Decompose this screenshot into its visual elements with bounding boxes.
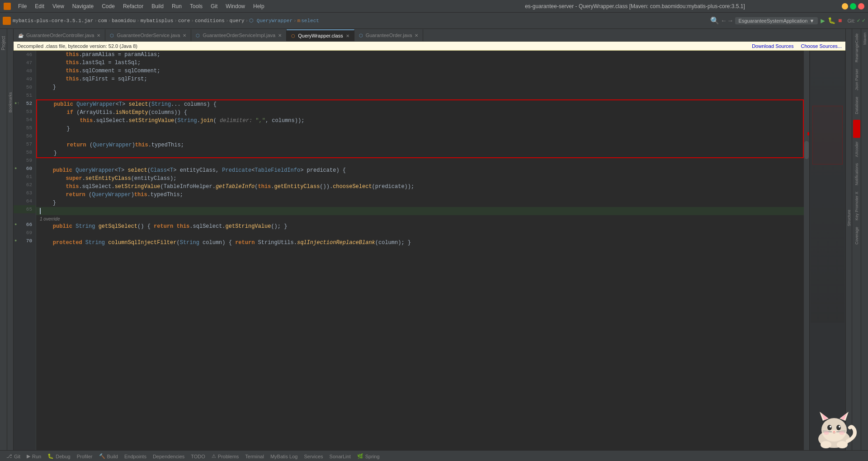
coverage-panel[interactable]: Coverage xyxy=(854,224,860,247)
bottom-tab-spring[interactable]: 🌿 Spring xyxy=(354,452,382,460)
axcoder-panel[interactable]: AXcoder xyxy=(854,139,860,160)
structure-sidebar: Structure xyxy=(845,29,852,450)
rearrange-panel[interactable]: RearrangeCode xyxy=(854,31,860,65)
line-override-spacer xyxy=(14,213,36,221)
tab-guarantee-order-service[interactable]: ⬡ GuaranteeOrderService.java ✕ xyxy=(105,29,191,41)
menu-run[interactable]: Run xyxy=(168,2,185,10)
maven-panel-label[interactable]: Maven xyxy=(862,29,868,48)
sep8: › xyxy=(293,18,297,24)
bottom-tab-dependencies[interactable]: Dependencies xyxy=(150,453,187,460)
line-52: ●↑ 52 xyxy=(14,99,36,108)
bottom-tab-run[interactable]: ▶ Run xyxy=(24,452,44,460)
bottom-tab-mybatis-log[interactable]: MyBatis Log xyxy=(268,453,301,460)
menu-build[interactable]: Build xyxy=(148,2,167,10)
menu-file[interactable]: File xyxy=(14,2,30,10)
notifications-panel[interactable]: Notifications xyxy=(854,160,860,188)
tab-query-wrapper[interactable]: ⬡ QueryWrapper.class ✕ xyxy=(287,29,354,41)
scroll-thumb[interactable] xyxy=(804,141,809,159)
scroll-track[interactable] xyxy=(804,51,809,450)
structure-panel-label[interactable]: Structure xyxy=(847,210,851,226)
svg-point-8 xyxy=(830,426,831,428)
right-sidebar: RearrangeCode Json Parser Database AXcod… xyxy=(852,29,861,450)
line-69: 69 xyxy=(14,229,36,237)
toolbar-forward-icon[interactable]: → xyxy=(728,17,732,24)
tab-guarantee-order[interactable]: ⬡ GuaranteeOrder.java ✕ xyxy=(354,29,424,41)
breadcrumb-com[interactable]: com xyxy=(98,18,107,24)
stop-button[interactable]: ■ xyxy=(838,17,842,24)
menu-git[interactable]: Git xyxy=(207,2,221,10)
bottom-tab-endpoints[interactable]: Endpoints xyxy=(122,453,149,460)
bottom-tab-sonarlint[interactable]: SonarLint xyxy=(327,453,354,460)
maximize-button[interactable] xyxy=(850,3,856,9)
breadcrumb-core[interactable]: core xyxy=(178,18,190,24)
breadcrumb-querywrapper[interactable]: ⬡ QueryWrapper xyxy=(249,18,292,24)
menu-code[interactable]: Code xyxy=(98,2,118,10)
git-check2-icon[interactable]: ✓ xyxy=(862,17,865,24)
bottom-tab-todo[interactable]: TODO xyxy=(188,453,208,460)
breadcrumb-query[interactable]: query xyxy=(230,18,245,24)
code-line-57: return (QueryWrapper)this.typedThis; xyxy=(37,141,803,149)
decompiled-text: Decompiled .class file, bytecode version… xyxy=(17,43,137,49)
mybatis-tab-label: MyBatis Log xyxy=(270,454,298,459)
bottom-tab-services[interactable]: Services xyxy=(301,453,326,460)
breadcrumb-select[interactable]: select xyxy=(301,18,319,24)
line-66: ● 66 xyxy=(14,221,36,229)
choose-sources-link[interactable]: Choose Sources... xyxy=(801,43,842,49)
breadcrumb-conditions[interactable]: conditions xyxy=(195,18,225,24)
minimize-button[interactable] xyxy=(842,3,848,9)
tab-guarantee-order-service-impl[interactable]: ⬡ GuaranteeOrderServiceImpl.java ✕ xyxy=(191,29,287,41)
bottom-tab-debug[interactable]: 🐛 Debug xyxy=(45,452,73,460)
download-sources-link[interactable]: Download Sources xyxy=(752,43,793,49)
breadcrumb-baomidou[interactable]: baomidou xyxy=(112,18,136,24)
menu-navigate[interactable]: Navigate xyxy=(69,2,97,10)
tab-guarantee-order-controller[interactable]: ☕ GuaranteeOrderController.java ✕ xyxy=(14,29,105,41)
run-config-label: EsguaranteeSystemApplication xyxy=(739,18,808,24)
line-62: 62 xyxy=(14,181,36,189)
key-promoter-panel[interactable]: Key Promoter X xyxy=(854,189,860,223)
run-config[interactable]: EsguaranteeSystemApplication ▼ xyxy=(735,17,818,24)
code-line-50: } xyxy=(36,83,804,91)
menu-refactor[interactable]: Refactor xyxy=(119,2,147,10)
menu-window[interactable]: Window xyxy=(222,2,249,10)
dependencies-tab-label: Dependencies xyxy=(153,454,184,459)
sep1: › xyxy=(94,18,97,24)
git-check-icon[interactable]: ✓ xyxy=(857,17,860,24)
menu-view[interactable]: View xyxy=(49,2,68,10)
toolbar-back-icon[interactable]: ← xyxy=(722,17,726,24)
bottom-tab-build[interactable]: 🔨 Build xyxy=(96,452,121,460)
close-button[interactable] xyxy=(858,3,864,9)
tab-close2-icon[interactable]: ✕ xyxy=(183,33,186,38)
tab-close4-icon[interactable]: ✕ xyxy=(346,33,349,38)
run-button[interactable]: ▶ xyxy=(821,16,825,25)
tab-close5-icon[interactable]: ✕ xyxy=(415,33,418,38)
code-content[interactable]: this.paramAlias = paramAlias; this.lastS… xyxy=(36,51,804,450)
minimap[interactable] xyxy=(809,51,845,450)
toolbar-search-icon[interactable]: 🔍 xyxy=(710,16,719,25)
project-panel-label[interactable]: Project xyxy=(0,33,7,54)
sep5: › xyxy=(191,18,194,24)
breadcrumb-m[interactable]: m xyxy=(297,18,301,24)
breadcrumb-jar[interactable]: mybatis-plus-core-3.5.1.jar xyxy=(13,18,93,24)
run-config-dropdown-icon[interactable]: ▼ xyxy=(809,18,814,24)
tab-close-icon[interactable]: ✕ xyxy=(97,33,100,38)
line-48: 48 xyxy=(14,67,36,75)
database-panel[interactable]: Database xyxy=(854,94,860,117)
sep6: › xyxy=(226,18,229,24)
bottom-tab-terminal[interactable]: Terminal xyxy=(242,453,267,460)
main-area: Project Bookmarks ☕ GuaranteeOrderContro… xyxy=(0,29,868,450)
code-editor-wrapper: 46 47 48 49 50 51 ●↑ 52 53 54 55 56 57 5… xyxy=(14,51,845,450)
menu-edit[interactable]: Edit xyxy=(31,2,48,10)
breadcrumb-mybatisplus[interactable]: mybatisplus xyxy=(141,18,174,24)
json-parser-panel[interactable]: Json Parser xyxy=(854,66,860,93)
tab-close3-icon[interactable]: ✕ xyxy=(278,33,282,38)
debug-button[interactable]: 🐛 xyxy=(828,17,835,24)
decompiled-notice: Decompiled .class file, bytecode version… xyxy=(14,42,845,51)
menu-help[interactable]: Help xyxy=(250,2,268,10)
bookmarks-panel-label[interactable]: Bookmarks xyxy=(8,92,13,113)
spring-tab-icon: 🌿 xyxy=(357,453,363,459)
bottom-tab-git[interactable]: ⎇ Git xyxy=(4,452,23,460)
bottom-tab-profiler[interactable]: Profiler xyxy=(74,453,95,460)
bottom-tab-problems[interactable]: ⚠ Problems xyxy=(209,452,241,460)
source-actions: Download Sources Choose Sources... xyxy=(752,43,842,49)
menu-tools[interactable]: Tools xyxy=(186,2,206,10)
